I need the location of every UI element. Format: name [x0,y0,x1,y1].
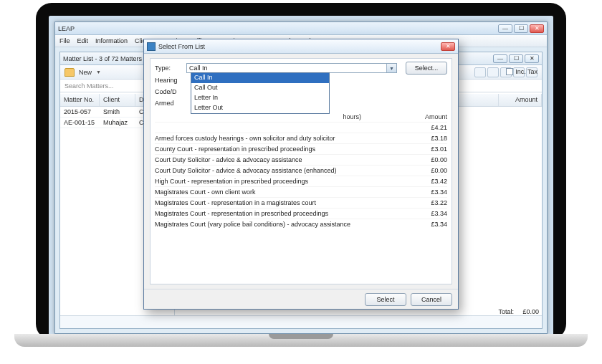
chevron-down-icon[interactable]: ▼ [386,64,396,72]
dialog-title: Select From List [158,43,205,50]
minimize-button[interactable]: — [498,24,512,33]
code-label: Code/D [155,86,178,97]
cancel-button[interactable]: Cancel [411,293,452,306]
app-titlebar: LEAP — ☐ ✕ [55,22,547,35]
fee-row[interactable]: High Court - representation in prescribe… [155,176,447,186]
fee-row[interactable]: Magistrates Court - representation in pr… [155,208,447,219]
total-label: Total: [498,308,514,315]
dropdown-option[interactable]: Letter Out [191,103,329,113]
select-top-button[interactable]: Select... [406,62,447,75]
maximize-button[interactable]: ☐ [514,24,528,33]
matter-list-title: Matter List - 3 of 72 Matters [63,55,142,62]
inc-tax-checkbox[interactable] [506,68,513,75]
select-top-label: Select... [415,64,439,72]
menu-information[interactable]: Information [95,37,128,44]
cancel-button-label: Cancel [421,296,441,303]
fee-row[interactable]: Court Duty Solicitor - advice & advocacy… [155,154,447,165]
select-button[interactable]: Select [365,293,406,306]
type-value: Call In [189,64,208,72]
armed-label: Armed [155,97,178,109]
menu-edit[interactable]: Edit [77,37,89,44]
fee-row[interactable]: Magistrates Court - own client work£3.34 [155,186,447,197]
matter-footer [60,315,542,328]
type-label: Type: [155,64,186,72]
col-client[interactable]: Client [100,94,135,106]
app-title: LEAP [58,25,75,32]
fee-row[interactable]: Magistrates Court - representation in a … [155,197,447,208]
fee-table: hours) Amount £4.21Armed forces custody … [155,112,447,279]
obscured-labels: Hearing Code/D Armed [155,75,178,109]
new-button[interactable]: New [79,69,92,76]
dialog-icon [147,42,156,51]
ml-minimize-button[interactable]: — [493,54,507,63]
ml-close-button[interactable]: ✕ [525,54,539,63]
hearing-label: Hearing [155,75,178,86]
fee-row[interactable]: County Court - representation in prescri… [155,143,447,154]
select-button-label: Select [376,296,394,303]
dialog-footer: Select Cancel [144,289,458,309]
inc-tax-label: Inc. Tax [515,68,538,75]
dialog-close-button[interactable]: ✕ [441,42,455,51]
fee-row[interactable]: Magistrates Court (vary police bail cond… [155,219,447,229]
toolbar-icon-2[interactable] [487,67,499,77]
dropdown-option[interactable]: Call Out [191,83,329,93]
ml-maximize-button[interactable]: ☐ [509,54,523,63]
col-amount[interactable]: Amount [499,94,542,106]
fee-amount-header[interactable]: Amount [404,112,447,122]
chevron-down-icon[interactable]: ▼ [96,70,101,75]
type-dropdown-list[interactable]: Call InCall OutLetter InLetter Out [191,72,330,114]
type-combobox[interactable]: Call In ▼ [186,63,397,73]
dropdown-option[interactable]: Call In [191,73,329,83]
dialog-titlebar: Select From List ✕ [144,39,458,54]
toolbar-icon-1[interactable] [474,67,486,77]
select-from-list-dialog: Select From List ✕ Type: Call In ▼ [143,39,459,310]
menu-file[interactable]: File [59,37,70,44]
col-matter-no[interactable]: Matter No. [60,94,100,106]
fee-row[interactable]: £4.21 [155,122,447,133]
fee-row[interactable]: Court Duty Solicitor - advice & advocacy… [155,165,447,176]
dropdown-option[interactable]: Letter In [191,93,329,103]
dialog-body: Type: Call In ▼ Select... [150,58,452,284]
folder-icon [64,68,75,77]
search-placeholder: Search Matters... [64,82,114,90]
close-button[interactable]: ✕ [530,24,544,33]
total-value: £0.00 [522,308,539,315]
fee-row[interactable]: Armed forces custody hearings - own soli… [155,133,447,143]
